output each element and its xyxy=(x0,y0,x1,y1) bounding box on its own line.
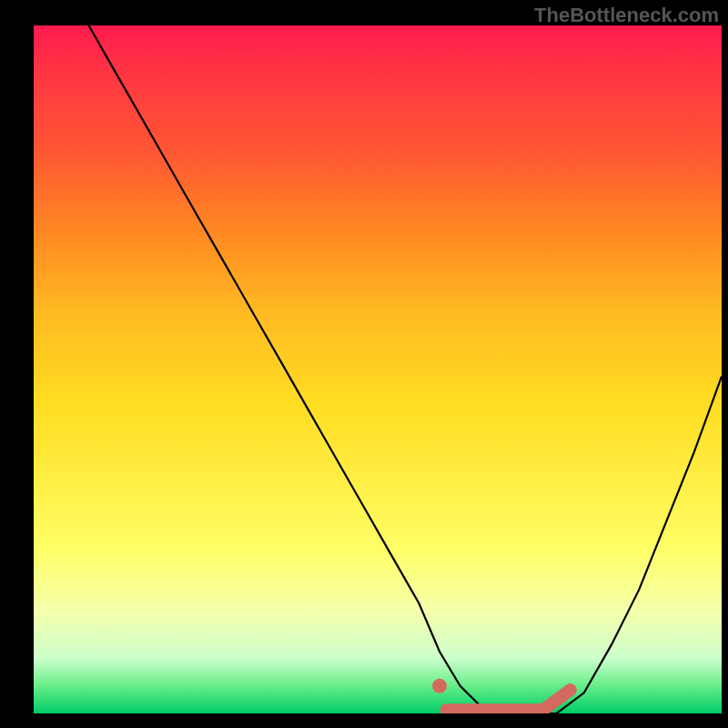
highlight-segment xyxy=(447,690,571,710)
curve-path xyxy=(89,25,723,713)
marker-dot xyxy=(432,679,447,693)
chart-plot-area xyxy=(34,25,722,713)
watermark-text: TheBottleneck.com xyxy=(534,4,719,27)
bottleneck-curve-svg xyxy=(34,25,722,713)
